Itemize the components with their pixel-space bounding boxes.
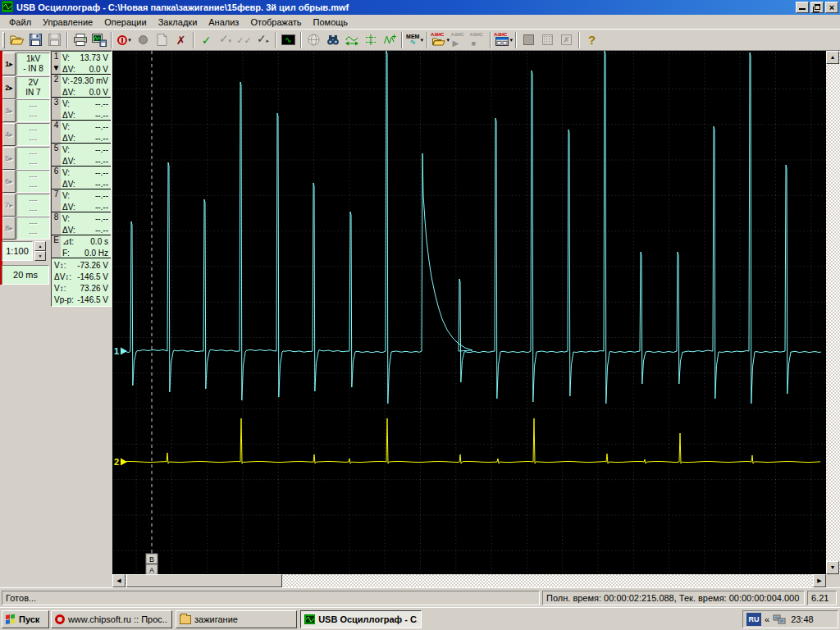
measurement-channel-3: 3V:--.--ΔV:--.-- — [52, 98, 111, 121]
scale-spin-up-icon[interactable]: ▲ — [34, 241, 46, 251]
main-area: 1▸1kV- IN 82▸2VIN 73▸------4▸------5▸---… — [0, 51, 840, 587]
channel-5-range-label[interactable]: ------ — [16, 147, 50, 170]
channel-4-range-label[interactable]: ------ — [16, 123, 50, 146]
channel-4-button[interactable]: 4▸ — [2, 123, 16, 146]
scroll-right-icon[interactable]: ▶ — [813, 574, 826, 587]
channel-6-range-label[interactable]: ------ — [16, 170, 50, 193]
save-file-icon[interactable] — [26, 31, 45, 49]
toolbar-separator — [275, 32, 276, 48]
channel-5-button[interactable]: 5▸ — [2, 147, 16, 170]
network-icon[interactable] — [773, 614, 786, 624]
menu-item-1[interactable]: Управление — [37, 16, 98, 28]
scale-control: 1:100 ▲ ▼ — [2, 241, 49, 261]
script-open-icon[interactable]: A:B#C▾ — [431, 31, 450, 49]
folder-icon — [180, 615, 191, 624]
channel-2-marker[interactable]: 2 — [114, 457, 119, 467]
toolbar-gripper[interactable] — [2, 32, 5, 48]
menu-item-5[interactable]: Отображать — [244, 16, 307, 28]
bg-dotted-icon — [538, 31, 557, 49]
taskbar-task-2[interactable]: USB Осциллограф - C... — [300, 610, 422, 628]
start-button[interactable]: Пуск — [2, 610, 49, 628]
taskbar-task-0[interactable]: www.chipsoft.ru :: Прос... — [51, 610, 172, 628]
dropdown-arrow-icon[interactable]: ▾ — [509, 37, 513, 43]
apply-icon[interactable]: ✓ — [197, 31, 216, 49]
language-indicator[interactable]: RU — [746, 613, 761, 626]
close-button[interactable]: × — [825, 2, 838, 13]
cursor-b-label: B — [149, 555, 154, 564]
memory-icon[interactable]: MEM∿▾ — [405, 31, 424, 49]
toolbar-separator — [578, 32, 580, 48]
scroll-down-icon[interactable]: ▼ — [826, 561, 839, 574]
tray-chevron-icon[interactable]: « — [765, 614, 769, 624]
measurement-panel: 1V:13.73 V▼ΔV:0.0 V2V:-29.30 mVΔV:0.0 V3… — [51, 51, 112, 307]
toolbar-separator — [300, 32, 302, 48]
window-titlebar: USB Осциллограф - C:\Новая папка\зажиган… — [0, 0, 840, 15]
scale-spin-down-icon[interactable]: ▼ — [34, 251, 46, 261]
menu-item-6[interactable]: Помощь — [308, 16, 354, 28]
script-run-icon: A:B#C▶ — [450, 31, 468, 49]
scroll-up-icon[interactable]: ▲ — [826, 51, 839, 64]
search-icon[interactable] — [323, 31, 342, 49]
apply-down-icon: ✓▾ — [216, 31, 235, 49]
timebase[interactable]: 20 ms — [2, 265, 49, 285]
start-stop-icon[interactable]: ▾ — [115, 31, 134, 49]
window-title: USB Осциллограф - C:\Новая папка\зажиган… — [16, 2, 796, 12]
write-report-icon — [153, 31, 171, 49]
channel-buttons-column: 1▸1kV- IN 82▸2VIN 73▸------4▸------5▸---… — [2, 52, 51, 240]
toolbar-separator — [490, 32, 491, 48]
channel-8-button[interactable]: 8▸ — [2, 217, 16, 240]
fit-horizontal-icon[interactable] — [342, 31, 361, 49]
menu-item-2[interactable]: Операции — [98, 16, 152, 28]
channel-7-button[interactable]: 7▸ — [2, 194, 16, 217]
trigger-block: E⊿t:0.0 sF:0.0 Hz — [52, 235, 111, 258]
auto-scale-icon[interactable] — [380, 31, 399, 49]
vertical-scroll-track[interactable] — [826, 51, 840, 574]
channel-8-range-label[interactable]: ------ — [16, 217, 50, 240]
apply-next-icon[interactable]: ✓▸ — [253, 31, 272, 49]
vertical-scrollbar[interactable]: ▲ ▼ — [826, 51, 840, 587]
minimize-button[interactable] — [796, 2, 809, 13]
menu-item-4[interactable]: Анализ — [203, 16, 244, 28]
menu-item-3[interactable]: Закладки — [153, 16, 203, 28]
measurement-channel-8: 8V:--.--ΔV:--.-- — [52, 212, 111, 235]
vertical-cursors-icon[interactable] — [361, 31, 380, 49]
toolbar-separator — [427, 32, 428, 48]
print-icon[interactable] — [71, 31, 89, 49]
script-panel-icon[interactable]: A:B#C▾ — [494, 31, 513, 49]
channel-row-8: 8▸------ — [2, 217, 51, 240]
dropdown-arrow-icon[interactable]: ▾ — [420, 37, 423, 43]
channel-1-marker[interactable]: 1 — [114, 346, 119, 356]
channel-2-range-label[interactable]: 2VIN 7 — [16, 76, 50, 99]
taskbar-task-1[interactable]: зажигание — [176, 610, 297, 628]
save-image-icon[interactable] — [89, 31, 108, 49]
channel-3-range-label[interactable]: ------ — [16, 99, 50, 122]
cursor-measure-row: Vp-p:-146.5 V — [52, 294, 111, 305]
oscilloscope-display[interactable]: 12BA — [112, 51, 826, 574]
clear-icon[interactable]: ✗ — [171, 31, 190, 49]
restore-icon — [815, 4, 820, 10]
bg-solid-icon[interactable] — [519, 31, 538, 49]
help-icon[interactable]: ? — [582, 31, 601, 49]
restore-button[interactable] — [810, 2, 824, 13]
horizontal-scroll-thumb[interactable] — [126, 574, 282, 587]
menu-item-0[interactable]: Файл — [3, 16, 37, 28]
channel-1-button[interactable]: 1▸ — [2, 52, 16, 75]
cursor-a-label: A — [149, 566, 154, 574]
channel-6-button[interactable]: 6▸ — [2, 170, 16, 193]
open-file-icon[interactable] — [7, 31, 26, 49]
plot-area[interactable]: 12BA ◀ ▶ — [112, 51, 826, 587]
dropdown-arrow-icon[interactable]: ▾ — [128, 37, 131, 43]
channel-2-button[interactable]: 2▸ — [2, 76, 16, 99]
channel-row-5: 5▸------ — [2, 147, 51, 170]
toolbar-separator — [111, 32, 112, 48]
single-shot-icon[interactable] — [134, 31, 153, 49]
channel-3-button[interactable]: 3▸ — [2, 99, 16, 122]
scale-value[interactable]: 1:100 — [2, 241, 33, 261]
scroll-left-icon[interactable]: ◀ — [112, 574, 126, 587]
measurement-channel-7: 7V:--.--ΔV:--.-- — [52, 189, 111, 212]
horizontal-scrollbar[interactable]: ◀ ▶ — [112, 574, 826, 587]
channel-1-range-label[interactable]: 1kV- IN 8 — [16, 52, 50, 75]
display-mode-icon[interactable]: ∿ — [279, 31, 298, 49]
toolbar: ▾✗✓✓▾✓✓✓▸∿MEM∿▾A:B#C▾A:B#C▶A:B#C■A:B#C▾✗… — [0, 30, 840, 51]
channel-7-range-label[interactable]: ------ — [16, 194, 50, 217]
